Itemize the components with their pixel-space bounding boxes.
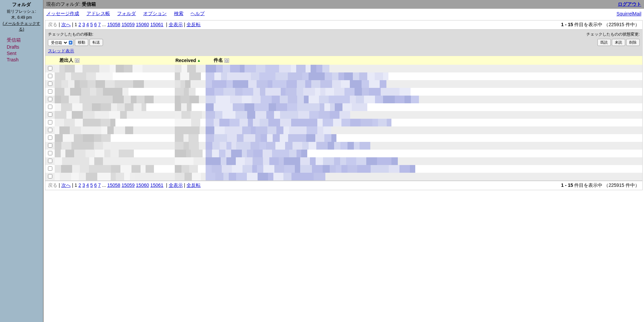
folders-link[interactable]: フォルダ <box>117 11 136 16</box>
table-row[interactable] <box>45 65 642 72</box>
row-checkbox[interactable] <box>48 97 52 101</box>
page-link[interactable]: 2 <box>78 22 81 27</box>
page-link[interactable]: 3 <box>83 182 85 188</box>
page-current: 1 <box>74 22 77 27</box>
table-row[interactable] <box>45 134 642 142</box>
table-row[interactable] <box>45 96 642 103</box>
date-redacted <box>175 103 206 111</box>
date-redacted <box>175 165 206 173</box>
date-redacted <box>175 65 206 72</box>
read-button[interactable]: 既読 <box>597 39 611 46</box>
table-row[interactable] <box>45 173 642 180</box>
date-redacted <box>175 150 206 157</box>
folder-trash[interactable]: Trash <box>7 57 42 62</box>
logout-link[interactable]: ログアウト <box>618 1 641 7</box>
row-checkbox[interactable] <box>48 89 52 94</box>
pagination-top: 戻る|次へ|1 2 3 4 5 6 7 ... 15058 15059 1506… <box>45 20 643 30</box>
page-link[interactable]: 6 <box>94 22 97 27</box>
table-row[interactable] <box>45 72 642 80</box>
sort-icon[interactable]: ◻ <box>75 58 79 63</box>
row-checkbox[interactable] <box>48 105 52 109</box>
row-checkbox[interactable] <box>48 66 52 70</box>
unread-button[interactable]: 未読 <box>612 39 625 46</box>
table-row[interactable] <box>45 88 642 96</box>
folder-inbox[interactable]: 受信箱 <box>7 37 42 43</box>
brand-link[interactable]: SquirrelMail <box>616 11 641 16</box>
folder-select-wrap[interactable]: 受信箱 ▾ <box>48 39 73 46</box>
table-row[interactable] <box>45 80 642 88</box>
table-row[interactable] <box>45 126 642 134</box>
toggle-all-link[interactable]: 全反転 <box>186 182 201 188</box>
sort-asc-icon[interactable]: ▲ <box>197 58 201 62</box>
check-mail-link[interactable]: (メールをチェックする) <box>1 21 42 32</box>
page-link[interactable]: 15058 <box>107 182 120 188</box>
row-checkbox[interactable] <box>48 143 52 148</box>
nav-next[interactable]: 次へ <box>61 182 71 188</box>
page-link[interactable]: 7 <box>98 182 101 188</box>
row-checkbox[interactable] <box>48 82 52 86</box>
table-row[interactable] <box>45 119 642 126</box>
page-link[interactable]: 7 <box>98 22 101 27</box>
page-link[interactable]: 2 <box>78 182 81 188</box>
date-redacted <box>175 96 206 103</box>
subject-redacted <box>206 157 642 165</box>
page-link[interactable]: 4 <box>86 22 89 27</box>
row-checkbox[interactable] <box>48 74 52 78</box>
folder-sent[interactable]: Sent <box>7 51 42 56</box>
page-link[interactable]: 5 <box>90 22 93 27</box>
row-checkbox[interactable] <box>48 151 52 155</box>
page-link[interactable]: 15059 <box>121 182 135 188</box>
from-redacted <box>55 111 175 119</box>
table-row[interactable] <box>45 103 642 111</box>
move-button[interactable]: 移動 <box>75 39 88 46</box>
show-all-link[interactable]: 全表示 <box>169 22 183 27</box>
thread-view-link[interactable]: スレッド表示 <box>48 48 74 53</box>
row-checkbox[interactable] <box>48 120 52 124</box>
header-bar: 現在のフォルダ: 受信箱 ログアウト <box>44 0 644 9</box>
th-received[interactable]: Received <box>175 58 196 63</box>
row-checkbox[interactable] <box>48 128 52 132</box>
show-all-link[interactable]: 全表示 <box>169 182 183 188</box>
search-link[interactable]: 検索 <box>174 11 183 16</box>
folder-drafts[interactable]: Drafts <box>7 44 42 50</box>
compose-link[interactable]: メッセージ作成 <box>46 11 79 16</box>
table-row[interactable] <box>45 165 642 173</box>
page-link[interactable]: 3 <box>83 22 85 27</box>
page-link[interactable]: 5 <box>90 182 93 188</box>
table-row[interactable] <box>45 157 642 165</box>
options-link[interactable]: オプション <box>143 11 167 16</box>
table-row[interactable] <box>45 111 642 119</box>
date-redacted <box>175 126 206 134</box>
subject-redacted <box>206 150 642 157</box>
page-link[interactable]: 15061 <box>150 22 163 27</box>
th-subject[interactable]: 件名 <box>214 57 223 63</box>
pagination-left: 戻る|次へ|1 2 3 4 5 6 7 ... 15058 15059 1506… <box>48 22 201 28</box>
subject-redacted <box>206 65 642 72</box>
row-checkbox[interactable] <box>48 159 52 163</box>
table-row[interactable] <box>45 150 642 157</box>
nav-next[interactable]: 次へ <box>61 22 71 27</box>
sort-icon[interactable]: ◻ <box>224 58 229 63</box>
page-link[interactable]: 15060 <box>136 22 149 27</box>
forward-button[interactable]: 転送 <box>90 39 103 46</box>
table-row[interactable] <box>45 142 642 150</box>
row-checkbox[interactable] <box>48 136 52 140</box>
page-link[interactable]: 6 <box>94 182 97 188</box>
row-checkbox[interactable] <box>48 112 52 117</box>
toggle-all-link[interactable]: 全反転 <box>186 22 201 27</box>
subject-redacted <box>206 142 642 150</box>
pagination-left: 戻る|次へ|1 2 3 4 5 6 7 ... 15058 15059 1506… <box>48 182 201 189</box>
row-checkbox[interactable] <box>48 166 52 171</box>
folder-select[interactable]: 受信箱 <box>49 40 68 45</box>
help-link[interactable]: ヘルプ <box>191 11 205 16</box>
row-checkbox[interactable] <box>48 174 52 178</box>
delete-button[interactable]: 削除 <box>626 39 640 46</box>
page-link[interactable]: 15059 <box>121 22 135 27</box>
address-link[interactable]: アドレス帳 <box>87 11 110 16</box>
page-link[interactable]: 4 <box>86 182 89 188</box>
page-link[interactable]: 15061 <box>150 182 163 188</box>
page-link[interactable]: 15060 <box>136 182 149 188</box>
th-from[interactable]: 差出人 <box>59 57 73 63</box>
page-link[interactable]: 15058 <box>107 22 120 27</box>
subject-redacted <box>206 119 642 126</box>
